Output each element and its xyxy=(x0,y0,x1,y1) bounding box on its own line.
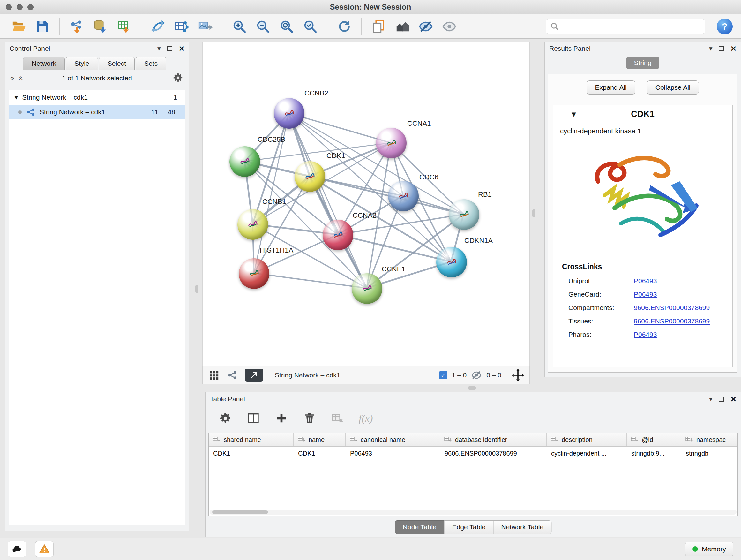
network-node-ccnb1[interactable] xyxy=(238,209,268,240)
splitter-handle[interactable] xyxy=(468,386,476,389)
open-session-button[interactable] xyxy=(8,17,29,37)
table-options-button[interactable] xyxy=(218,411,232,425)
grid-view-button[interactable] xyxy=(208,369,220,381)
tab-network-table[interactable]: Network Table xyxy=(493,520,551,534)
protein-ribbon-icon xyxy=(384,136,399,150)
network-node-cdk1[interactable] xyxy=(294,161,325,192)
node-table[interactable]: shared name name canonical name database… xyxy=(208,433,738,516)
clone-network-button[interactable] xyxy=(368,17,389,37)
horizontal-scrollbar[interactable] xyxy=(210,509,737,515)
compartments-link[interactable]: 9606.ENSP00000378699 xyxy=(634,304,710,312)
pharos-link[interactable]: P06493 xyxy=(634,331,657,338)
panel-menu-icon[interactable]: ▾ xyxy=(709,396,713,402)
help-icon: ? xyxy=(722,21,728,32)
column-header-name[interactable]: name xyxy=(293,433,346,446)
warnings-button[interactable] xyxy=(35,541,54,557)
gene-card-header[interactable]: ▼ CDK1 xyxy=(553,105,732,123)
table-toolbar: f(x) xyxy=(205,406,741,428)
show-columns-button[interactable] xyxy=(246,411,260,425)
import-table-button[interactable] xyxy=(113,17,134,37)
table-row[interactable]: CDK1 CDK1 P06493 9606.ENSP00000378699 cy… xyxy=(209,447,738,460)
protein-ribbon-icon xyxy=(247,266,261,281)
network-node-cdkn1a[interactable] xyxy=(436,247,467,277)
disclosure-icon[interactable]: ▼ xyxy=(14,95,18,100)
close-panel-icon[interactable]: × xyxy=(731,44,736,53)
add-column-button[interactable] xyxy=(274,411,288,425)
network-from-table-button[interactable] xyxy=(171,17,192,37)
cloud-status-button[interactable] xyxy=(8,541,26,557)
scrollbar-thumb[interactable] xyxy=(212,510,268,514)
network-node-ccna1[interactable] xyxy=(376,128,407,159)
genecard-link[interactable]: P06493 xyxy=(634,291,657,298)
network-node-ccne1[interactable] xyxy=(352,273,382,304)
selected-counts: 1 – 0 xyxy=(452,371,467,379)
import-network-database-button[interactable] xyxy=(90,17,111,37)
tab-edge-table[interactable]: Edge Table xyxy=(444,520,494,534)
uniprot-link[interactable]: P06493 xyxy=(634,277,657,285)
import-network-file-button[interactable] xyxy=(66,17,87,37)
refresh-button[interactable] xyxy=(334,17,355,37)
birds-eye-button[interactable] xyxy=(226,369,239,381)
network-node-hist1h1a[interactable] xyxy=(239,258,269,289)
close-panel-icon[interactable]: × xyxy=(731,394,736,404)
column-header-canonical-name[interactable]: canonical name xyxy=(346,433,440,446)
network-node-ccnb2[interactable] xyxy=(274,98,305,129)
tab-string[interactable]: String xyxy=(626,57,659,69)
tab-sets[interactable]: Sets xyxy=(136,57,166,70)
float-panel-icon[interactable] xyxy=(167,46,172,51)
node-label-rb1: RB1 xyxy=(478,190,492,199)
tissues-link[interactable]: 9606.ENSP00000378699 xyxy=(634,317,710,325)
column-header-database-identifier[interactable]: database identifier xyxy=(440,433,547,446)
help-button[interactable]: ? xyxy=(717,18,733,35)
zoom-in-button[interactable] xyxy=(229,17,250,37)
column-header-description[interactable]: description xyxy=(547,433,627,446)
network-node-cdc6[interactable] xyxy=(388,181,419,211)
memory-button[interactable]: Memory xyxy=(685,542,733,557)
save-session-button[interactable] xyxy=(32,17,53,37)
zoom-fit-button[interactable] xyxy=(276,17,297,37)
selected-checkbox[interactable]: ✓ xyxy=(439,371,448,379)
hide-selected-button[interactable] xyxy=(415,17,436,37)
new-network-button[interactable] xyxy=(147,17,169,37)
network-options-button[interactable] xyxy=(172,72,184,84)
hidden-eye-slash-icon xyxy=(471,370,482,381)
search-input[interactable] xyxy=(546,19,705,34)
float-panel-icon[interactable] xyxy=(719,46,724,51)
expand-all-icon[interactable]: » xyxy=(17,76,24,81)
network-view[interactable]: CCNB2 CCNA1 CDC25B CDK1 CDC6 RB1 CCNB1 C… xyxy=(202,42,530,366)
tab-style[interactable]: Style xyxy=(66,57,98,70)
panel-menu-icon[interactable]: ▾ xyxy=(709,45,713,52)
column-header-namespace[interactable]: namespac xyxy=(681,433,738,446)
tab-node-table[interactable]: Node Table xyxy=(395,520,445,534)
column-header-shared-name[interactable]: shared name xyxy=(209,433,293,446)
detach-view-button[interactable] xyxy=(245,369,263,381)
pan-move-icon[interactable] xyxy=(512,369,524,381)
panel-menu-icon[interactable]: ▾ xyxy=(157,45,161,52)
network-nodes: CCNB2 CCNA1 CDC25B CDK1 CDC6 RB1 CCNB1 C… xyxy=(203,42,529,366)
close-panel-icon[interactable]: × xyxy=(179,44,185,53)
tab-network[interactable]: Network xyxy=(23,57,65,70)
status-bar: Memory xyxy=(0,538,741,560)
splitter-handle[interactable] xyxy=(532,209,536,217)
network-row[interactable]: String Network – cdk1 11 48 xyxy=(9,105,185,119)
collapse-all-icon[interactable]: » xyxy=(9,76,16,81)
zoom-selected-button[interactable] xyxy=(300,17,321,37)
disclosure-icon[interactable]: ▼ xyxy=(571,111,576,118)
network-overview-button[interactable] xyxy=(392,17,413,37)
network-node-ccna2[interactable] xyxy=(323,220,353,250)
float-panel-icon[interactable] xyxy=(719,397,724,401)
network-node-cdc25b[interactable] xyxy=(229,146,260,177)
column-header-id[interactable]: @id xyxy=(627,433,681,446)
collapse-all-button[interactable]: Collapse All xyxy=(647,80,699,95)
show-all-button[interactable] xyxy=(439,17,460,37)
eye-slash-icon xyxy=(418,19,433,34)
splitter-handle[interactable] xyxy=(195,285,199,293)
zoom-fit-icon xyxy=(279,19,294,34)
expand-all-button[interactable]: Expand All xyxy=(587,80,635,95)
delete-column-button[interactable] xyxy=(302,411,317,425)
export-image-button[interactable] xyxy=(195,17,216,37)
network-node-rb1[interactable] xyxy=(449,199,479,230)
network-collection-row[interactable]: ▼ String Network – cdk1 1 xyxy=(9,90,185,105)
zoom-out-button[interactable] xyxy=(253,17,273,37)
tab-select[interactable]: Select xyxy=(99,57,135,70)
